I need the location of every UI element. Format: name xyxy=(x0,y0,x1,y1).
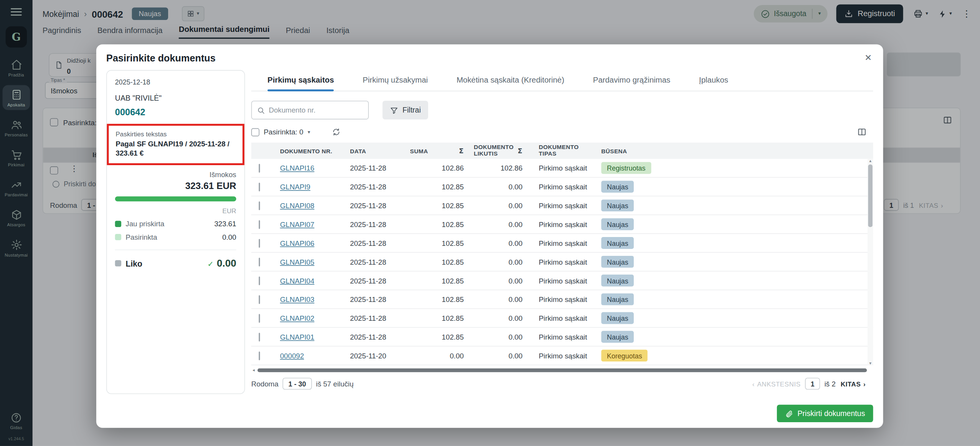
selection-row: Pasirinkta: 0 ▾ xyxy=(251,127,873,137)
purpose-label: Paskirties tekstas xyxy=(116,130,236,138)
horizontal-scroll-thumb[interactable] xyxy=(257,368,867,372)
filter-button[interactable]: Filtrai xyxy=(382,101,428,119)
row-checkbox[interactable] xyxy=(259,257,260,266)
horizontal-scrollbar[interactable]: ◂ xyxy=(251,367,873,373)
prev-page-button[interactable]: ‹ ANKSTESNIS xyxy=(752,380,801,388)
table-row[interactable]: GLNAPI01 2025-11-28 102.85 0.00 Pirkimo … xyxy=(251,328,873,347)
document-link[interactable]: GLNAPI04 xyxy=(280,277,314,284)
row-checkbox[interactable] xyxy=(259,332,260,341)
cell-tipas: Pirkimo sąskait xyxy=(522,221,596,228)
currency-label: EUR xyxy=(115,207,236,215)
document-link[interactable]: GLNAPI02 xyxy=(280,314,314,322)
status-badge: Naujas xyxy=(601,256,634,268)
cell-tipas: Pirkimo sąskait xyxy=(522,333,596,341)
scroll-up-icon[interactable]: ▲ xyxy=(868,159,872,163)
close-icon[interactable]: ✕ xyxy=(864,53,872,63)
table-row[interactable]: GLNAPI16 2025-11-28 102.86 102.86 Pirkim… xyxy=(251,159,873,178)
status-badge: Naujas xyxy=(601,181,634,193)
cell-date: 2025-11-28 xyxy=(350,314,410,322)
col-header-suma[interactable]: SUMA xyxy=(410,147,428,154)
select-documents-modal: Pasirinkite dokumentus ✕ 2025-12-18 UAB … xyxy=(96,45,883,428)
scroll-left-icon[interactable]: ◂ xyxy=(253,368,255,373)
cell-date: 2025-11-28 xyxy=(350,295,410,303)
row-checkbox[interactable] xyxy=(259,314,260,323)
document-link[interactable]: GLNAPI06 xyxy=(280,239,314,247)
table-row[interactable]: GLNAPI04 2025-11-28 102.85 0.00 Pirkimo … xyxy=(251,272,873,290)
cell-date: 2025-11-28 xyxy=(350,164,410,172)
cell-suma: 102.85 xyxy=(410,333,464,341)
tab-pardavimo-grazinimas[interactable]: Pardavimo grąžinimas xyxy=(593,76,670,91)
col-header-busena[interactable]: BŪSENA xyxy=(596,147,684,154)
cell-tipas: Pirkimo sąskait xyxy=(522,352,596,360)
scroll-down-icon[interactable]: ▼ xyxy=(868,361,872,365)
select-all-checkbox[interactable] xyxy=(251,128,259,136)
row-checkbox[interactable] xyxy=(259,182,260,191)
document-link[interactable]: GLNAPI9 xyxy=(280,183,310,191)
purpose-text: Pagal SF GLNAPI19 / 2025-11-28 / 323.61 … xyxy=(116,139,236,158)
cell-suma: 0.00 xyxy=(410,352,464,360)
cell-suma: 102.85 xyxy=(410,239,464,247)
tab-moketina-saskaita[interactable]: Mokėtina sąskaita (Kreditorinė) xyxy=(456,76,564,91)
cell-likutis: 0.00 xyxy=(464,352,522,360)
check-icon: ✓ xyxy=(207,260,213,269)
table-row[interactable]: GLNAPI07 2025-11-28 102.85 0.00 Pirkimo … xyxy=(251,215,873,234)
funnel-icon xyxy=(390,106,398,114)
table-row[interactable]: GLNAPI02 2025-11-28 102.85 0.00 Pirkimo … xyxy=(251,309,873,328)
table-row[interactable]: 000092 2025-11-20 0.00 0.00 Pirkimo sąsk… xyxy=(251,347,873,365)
tab-pirkimu-uzsakymai[interactable]: Pirkimų užsakymai xyxy=(363,76,428,91)
assigned-progress-bar xyxy=(115,197,236,202)
legend-selected-label: Pasirinkta xyxy=(126,234,157,241)
sum-aggregate-icon[interactable]: Σ xyxy=(518,147,523,155)
vertical-scroll-thumb[interactable] xyxy=(868,164,873,227)
col-header-tipas[interactable]: DOKUMENTO TIPAS xyxy=(539,144,578,158)
row-checkbox[interactable] xyxy=(259,164,260,172)
next-page-button[interactable]: KITAS › xyxy=(841,380,866,388)
col-header-likutis[interactable]: DOKUMENTO LIKUTIS xyxy=(474,144,512,158)
table-row[interactable]: GLNAPI08 2025-11-28 102.85 0.00 Pirkimo … xyxy=(251,196,873,215)
document-link[interactable]: GLNAPI16 xyxy=(280,164,314,172)
legend-assigned-value: 323.61 xyxy=(214,221,236,228)
cell-tipas: Pirkimo sąskait xyxy=(522,183,596,191)
document-link[interactable]: GLNAPI03 xyxy=(280,295,314,303)
row-checkbox[interactable] xyxy=(259,220,260,229)
legend-light-green-square xyxy=(115,234,121,240)
document-link[interactable]: 000092 xyxy=(280,352,304,360)
remaining-value: 0.00 xyxy=(217,258,236,269)
row-checkbox[interactable] xyxy=(259,295,260,304)
documents-table: DOKUMENTO NR. DATA SUMA Σ DOKUMENTO LIKU… xyxy=(251,143,873,365)
refresh-icon[interactable] xyxy=(332,128,341,136)
col-header-data[interactable]: DATA xyxy=(350,147,410,154)
document-link[interactable]: GLNAPI08 xyxy=(280,202,314,209)
page-chip[interactable]: 1 xyxy=(805,378,820,390)
document-link[interactable]: GLNAPI01 xyxy=(280,333,314,341)
row-checkbox[interactable] xyxy=(259,239,260,247)
tab-pirkimu-saskaitos[interactable]: Pirkimų sąskaitos xyxy=(268,76,334,91)
payment-type: Išmokos xyxy=(115,171,236,179)
payment-summary-card: 2025-12-18 UAB "RIVILĖ" 000642 Paskirtie… xyxy=(106,70,245,394)
table-row[interactable]: GLNAPI06 2025-11-28 102.85 0.00 Pirkimo … xyxy=(251,234,873,253)
paperclip-icon xyxy=(785,410,793,418)
remaining-row: Liko ✓ 0.00 xyxy=(115,250,236,269)
table-row[interactable]: GLNAPI03 2025-11-28 102.85 0.00 Pirkimo … xyxy=(251,290,873,309)
col-header-nr[interactable]: DOKUMENTO NR. xyxy=(280,147,350,154)
cell-tipas: Pirkimo sąskait xyxy=(522,314,596,322)
row-checkbox[interactable] xyxy=(259,351,260,360)
row-checkbox[interactable] xyxy=(259,201,260,210)
cell-suma: 102.85 xyxy=(410,295,464,303)
cell-tipas: Pirkimo sąskait xyxy=(522,277,596,284)
table-row[interactable]: GLNAPI05 2025-11-28 102.85 0.00 Pirkimo … xyxy=(251,253,873,272)
document-link[interactable]: GLNAPI05 xyxy=(280,258,314,266)
row-checkbox[interactable] xyxy=(259,276,260,285)
cell-tipas: Pirkimo sąskait xyxy=(522,239,596,247)
search-input[interactable] xyxy=(269,106,363,114)
sum-aggregate-icon[interactable]: Σ xyxy=(459,147,464,155)
table-row[interactable]: GLNAPI9 2025-11-28 102.85 0.00 Pirkimo s… xyxy=(251,177,873,196)
columns-settings-icon[interactable] xyxy=(857,127,867,137)
vertical-scrollbar[interactable]: ▲ ▼ xyxy=(868,159,873,365)
payment-doc-link[interactable]: 000642 xyxy=(115,107,236,117)
assign-documents-button[interactable]: Priskirti dokumentus xyxy=(777,405,873,422)
document-link[interactable]: GLNAPI07 xyxy=(280,221,314,228)
chevron-down-icon[interactable]: ▾ xyxy=(308,129,311,135)
cell-date: 2025-11-28 xyxy=(350,258,410,266)
tab-iplaukos[interactable]: Įplaukos xyxy=(699,76,728,91)
